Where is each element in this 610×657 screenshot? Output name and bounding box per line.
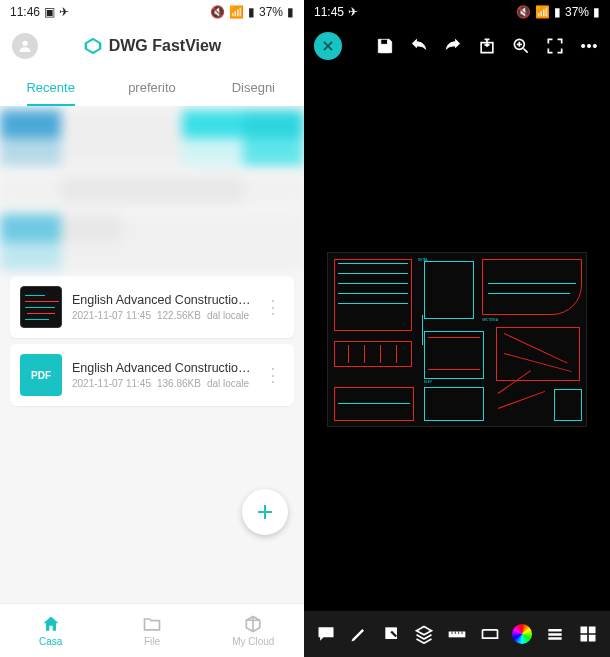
send-icon: ✈ (59, 5, 69, 19)
export-button[interactable] (476, 35, 498, 57)
redo-icon (443, 36, 463, 56)
home-icon (41, 614, 61, 634)
fullscreen-button[interactable] (544, 35, 566, 57)
undo-button[interactable] (408, 35, 430, 57)
plus-icon (253, 500, 277, 524)
file-info: English Advanced Construction.dwg 2021-1… (72, 293, 252, 321)
more-icon[interactable]: ⋮ (262, 296, 284, 318)
blurred-content (0, 110, 304, 166)
snap-icon (480, 624, 500, 644)
file-size: 136.86KB (157, 378, 201, 389)
file-item-pdf[interactable]: PDF English Advanced Construction.pdf 20… (10, 344, 294, 406)
blurred-content (0, 176, 304, 204)
battery-text: 37% (565, 5, 589, 19)
app-logo-icon (83, 36, 103, 56)
file-item-dwg[interactable]: English Advanced Construction.dwg 2021-1… (10, 276, 294, 338)
add-button[interactable] (242, 489, 288, 535)
tab-recent[interactable]: Recente (0, 68, 101, 106)
status-time: 11:45 (314, 5, 344, 19)
cad-drawing: DETAIL SECTION A ELEV (327, 252, 587, 427)
battery-text: 37% (259, 5, 283, 19)
signal-icon: ▮ (248, 5, 255, 19)
svg-point-5 (587, 44, 590, 47)
svg-point-0 (22, 41, 27, 46)
folder-icon (142, 614, 162, 634)
snap-tool[interactable] (479, 623, 501, 645)
nav-home[interactable]: Casa (0, 604, 101, 657)
battery-icon: ▮ (593, 5, 600, 19)
wifi-icon: 📶 (229, 5, 244, 19)
bottom-nav: Casa File My Cloud (0, 603, 304, 657)
pencil-tool[interactable] (348, 623, 370, 645)
save-icon (375, 36, 395, 56)
cloud-icon (243, 614, 263, 634)
edit-tool[interactable] (381, 623, 403, 645)
status-bar: 11:46 ▣ ✈ 🔇 📶 ▮ 37% ▮ (0, 0, 304, 24)
close-button[interactable] (314, 32, 342, 60)
comment-tool[interactable] (315, 623, 337, 645)
file-source: dal locale (207, 310, 249, 321)
app-title: DWG FastView (83, 36, 222, 56)
ruler-icon (447, 624, 467, 644)
more-icon (579, 36, 599, 56)
nav-cloud[interactable]: My Cloud (203, 604, 304, 657)
svg-point-4 (582, 44, 585, 47)
camera-icon: ▣ (44, 5, 55, 19)
undo-icon (409, 36, 429, 56)
svg-point-6 (593, 44, 596, 47)
mute-icon: 🔇 (210, 5, 225, 19)
file-size: 122.56KB (157, 310, 201, 321)
wifi-icon: 📶 (535, 5, 550, 19)
nav-file[interactable]: File (101, 604, 202, 657)
comment-icon (316, 624, 336, 644)
file-thumbnail-icon (20, 286, 62, 328)
blurred-content (0, 214, 304, 270)
file-source: dal locale (207, 378, 249, 389)
status-bar: 11:45 ✈ 🔇 📶 ▮ 37% ▮ (304, 0, 610, 24)
file-browser-screen: 11:46 ▣ ✈ 🔇 📶 ▮ 37% ▮ DWG FastView Recen… (0, 0, 304, 657)
viewer-toolbar-bottom (304, 611, 610, 657)
layers-icon (414, 624, 434, 644)
file-list: English Advanced Construction.dwg 2021-1… (0, 106, 304, 603)
grid-icon (578, 624, 598, 644)
pdf-icon: PDF (20, 354, 62, 396)
file-name: English Advanced Construction.dwg (72, 293, 252, 307)
redo-button[interactable] (442, 35, 464, 57)
more-icon[interactable]: ⋮ (262, 364, 284, 386)
file-date: 2021-11-07 11:45 (72, 310, 151, 321)
zoom-button[interactable] (510, 35, 532, 57)
list-tool[interactable] (544, 623, 566, 645)
viewer-toolbar-top (304, 24, 610, 68)
cad-viewer-screen: 11:45 ✈ 🔇 📶 ▮ 37% ▮ (304, 0, 610, 657)
close-icon (321, 39, 335, 53)
status-time: 11:46 (10, 5, 40, 19)
export-icon (477, 36, 497, 56)
measure-tool[interactable] (446, 623, 468, 645)
tab-favorite[interactable]: preferito (101, 68, 202, 106)
edit-icon (382, 624, 402, 644)
file-name: English Advanced Construction.pdf (72, 361, 252, 375)
svg-rect-7 (449, 632, 466, 638)
more-button[interactable] (578, 35, 600, 57)
grid-tool[interactable] (577, 623, 599, 645)
mute-icon: 🔇 (516, 5, 531, 19)
color-wheel-icon (512, 624, 532, 644)
layers-tool[interactable] (413, 623, 435, 645)
color-tool[interactable] (511, 623, 533, 645)
list-icon (545, 624, 565, 644)
tab-drawings[interactable]: Disegni (203, 68, 304, 106)
send-icon: ✈ (348, 5, 358, 19)
file-date: 2021-11-07 11:45 (72, 378, 151, 389)
tabs: Recente preferito Disegni (0, 68, 304, 106)
pencil-icon (349, 624, 369, 644)
app-header: DWG FastView (0, 24, 304, 68)
viewer-canvas[interactable]: DETAIL SECTION A ELEV (304, 68, 610, 611)
save-button[interactable] (374, 35, 396, 57)
fullscreen-icon (545, 36, 565, 56)
file-info: English Advanced Construction.pdf 2021-1… (72, 361, 252, 389)
signal-icon: ▮ (554, 5, 561, 19)
zoom-icon (511, 36, 531, 56)
battery-icon: ▮ (287, 5, 294, 19)
avatar[interactable] (12, 33, 38, 59)
